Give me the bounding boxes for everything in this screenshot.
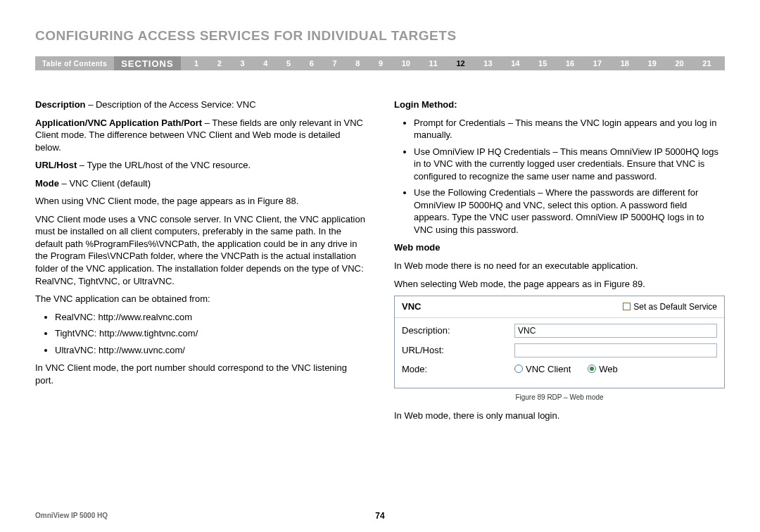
radio-vnc-client[interactable]: VNC Client: [514, 363, 571, 376]
radio-icon-selected[interactable]: [588, 365, 596, 373]
manual-page: CONFIGURING ACCESS SERVICES FOR INDIVIDU…: [0, 0, 760, 532]
description-input[interactable]: [514, 324, 717, 338]
section-link-10[interactable]: 10: [402, 59, 410, 68]
mode-label: Mode: [35, 178, 59, 189]
section-link-20[interactable]: 20: [675, 59, 683, 68]
row-url-host: URL/Host:: [402, 343, 717, 357]
section-link-2[interactable]: 2: [217, 59, 222, 68]
default-service-option[interactable]: Set as Default Service: [623, 301, 717, 312]
desc-label: Description: [35, 99, 86, 110]
url-host-input[interactable]: [514, 343, 717, 357]
footer-right-spacer: [723, 512, 725, 519]
figure-caption: Figure 89 RDP – Web mode: [394, 393, 725, 403]
web-mode-heading: Web mode: [394, 241, 725, 254]
default-service-label: Set as Default Service: [633, 301, 717, 312]
list-item: RealVNC: http://www.realvnc.com: [55, 311, 366, 324]
mode-text: – VNC Client (default): [59, 178, 151, 189]
section-link-6[interactable]: 6: [310, 59, 314, 68]
section-link-16[interactable]: 16: [566, 59, 574, 68]
obtained-from: The VNC application can be obtained from…: [35, 293, 366, 305]
section-link-14[interactable]: 14: [511, 59, 519, 68]
section-link-7[interactable]: 7: [332, 59, 336, 68]
section-link-9[interactable]: 9: [379, 59, 383, 68]
list-item: TightVNC: http://www.tightvnc.com/: [55, 327, 366, 340]
left-column: Description – Description of the Access …: [35, 99, 366, 427]
section-link-13[interactable]: 13: [483, 59, 492, 68]
figure-89-panel: VNC Set as Default Service Description: …: [394, 296, 725, 388]
radio-label-vnc-client: VNC Client: [526, 363, 571, 376]
section-link-19[interactable]: 19: [648, 59, 657, 68]
section-link-18[interactable]: 18: [621, 59, 629, 68]
section-link-15[interactable]: 15: [538, 59, 547, 68]
section-link-11[interactable]: 11: [429, 59, 438, 68]
toc-link[interactable]: Table of Contents: [35, 60, 114, 68]
vnc-client-ref: When using VNC Client mode, the page app…: [35, 195, 366, 208]
mode-form-label: Mode:: [402, 363, 514, 376]
figure-header: VNC Set as Default Service: [395, 296, 724, 318]
mode-line: Mode – VNC Client (default): [35, 177, 366, 190]
figure-title: VNC: [402, 300, 421, 313]
figure-body: Description: URL/Host: Mode:: [395, 318, 724, 388]
product-name: OmniView IP 5000 HQ: [35, 512, 108, 519]
login-method-list: Prompt for Credentials – This means the …: [394, 117, 725, 236]
web-mode-p2: When selecting Web mode, the page appear…: [394, 278, 725, 291]
section-navbar: Table of Contents SECTIONS 1 2 3 4 5 6 7…: [35, 56, 725, 70]
section-link-8[interactable]: 8: [355, 59, 360, 68]
radio-icon[interactable]: [514, 365, 523, 373]
list-item: Use OmniView IP HQ Credentials – This me…: [414, 146, 725, 183]
right-column: Login Method: Prompt for Credentials – T…: [394, 99, 725, 427]
radio-label-web: Web: [599, 363, 618, 376]
web-mode-p1: In Web mode there is no need for an exec…: [394, 260, 725, 272]
url-host-label: URL/Host: [35, 160, 77, 170]
url-host-form-label: URL/Host:: [402, 344, 514, 357]
section-link-4[interactable]: 4: [263, 59, 267, 68]
url-host-text: – Type the URL/host of the VNC resource.: [77, 160, 251, 170]
mode-radio-group: VNC Client Web: [514, 363, 717, 376]
sections-label: SECTIONS: [114, 56, 180, 70]
app-path-label: Application/VNC Application Path/Port: [35, 118, 202, 128]
list-item: Use the Following Credentials – Where th…: [414, 186, 725, 236]
description-label: Description:: [402, 324, 514, 337]
url-host-line: URL/Host – Type the URL/host of the VNC …: [35, 159, 366, 172]
section-link-1[interactable]: 1: [194, 59, 198, 68]
checkbox-icon[interactable]: [623, 303, 631, 310]
desc-line: Description – Description of the Access …: [35, 99, 366, 111]
content-columns: Description – Description of the Access …: [35, 99, 725, 427]
section-link-12[interactable]: 12: [456, 59, 464, 68]
page-number: 74: [375, 511, 384, 521]
list-item: UltraVNC: http://www.uvnc.com/: [55, 344, 366, 357]
section-link-5[interactable]: 5: [286, 59, 291, 68]
section-link-17[interactable]: 17: [593, 59, 602, 68]
section-link-21[interactable]: 21: [702, 59, 711, 68]
page-title: CONFIGURING ACCESS SERVICES FOR INDIVIDU…: [35, 28, 725, 44]
page-footer: OmniView IP 5000 HQ 74: [35, 512, 725, 519]
vnc-client-detail: VNC Client mode uses a VNC console serve…: [35, 213, 366, 287]
desc-text: – Description of the Access Service: VNC: [86, 99, 256, 110]
row-mode: Mode: VNC Client Web: [402, 363, 717, 376]
radio-web[interactable]: Web: [588, 363, 618, 376]
section-link-3[interactable]: 3: [240, 59, 244, 68]
port-note: In VNC Client mode, the port number shou…: [35, 362, 366, 386]
app-path-line: Application/VNC Application Path/Port – …: [35, 117, 366, 154]
row-description: Description:: [402, 324, 717, 338]
vnc-sources-list: RealVNC: http://www.realvnc.com TightVNC…: [35, 311, 366, 357]
list-item: Prompt for Credentials – This means the …: [414, 117, 725, 141]
web-mode-p3: In Web mode, there is only manual login.: [394, 410, 725, 422]
login-method-heading: Login Method:: [394, 99, 725, 111]
section-numbers: 1 2 3 4 5 6 7 8 9 10 11 12 13 14 15 16 1…: [181, 59, 725, 68]
